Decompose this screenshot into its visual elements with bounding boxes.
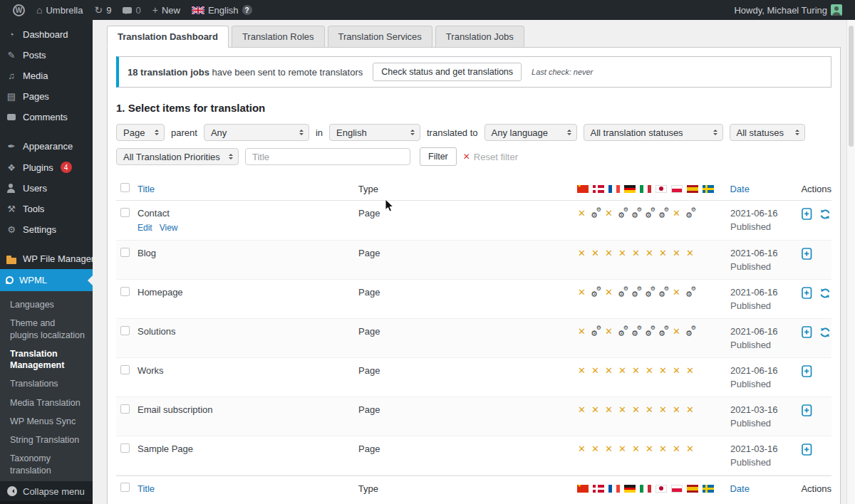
target-language-select[interactable]: Any language	[484, 124, 577, 141]
status-in-progress-icon[interactable]: ⚙⚙	[618, 326, 627, 337]
status-not-translated-icon[interactable]: ✕	[577, 326, 586, 337]
priority-select[interactable]: All Translation Priorities	[116, 148, 239, 165]
new-content-menu[interactable]: +New	[147, 0, 186, 20]
select-all-checkbox[interactable]	[120, 183, 130, 192]
status-not-translated-icon[interactable]: ✕	[658, 365, 668, 376]
check-status-button[interactable]: Check status and get translations	[373, 63, 522, 81]
sidebar-item-dashboard[interactable]: ◔Dashboard	[0, 24, 93, 45]
filter-button[interactable]: Filter	[420, 147, 457, 166]
sidebar-item-theme-and-plugins-localization[interactable]: Theme and plugins localization	[0, 314, 93, 345]
status-not-translated-icon[interactable]: ✕	[577, 248, 586, 258]
status-not-translated-icon[interactable]: ✕	[672, 326, 681, 337]
row-checkbox[interactable]	[120, 287, 130, 296]
status-not-translated-icon[interactable]: ✕	[685, 365, 695, 376]
post-status-select[interactable]: All statuses	[730, 124, 805, 141]
status-not-translated-icon[interactable]: ✕	[645, 404, 654, 415]
status-not-translated-icon[interactable]: ✕	[685, 404, 695, 415]
status-in-progress-icon[interactable]: ⚙⚙	[658, 208, 668, 219]
parent-select[interactable]: Any	[204, 124, 309, 141]
status-not-translated-icon[interactable]: ✕	[604, 404, 613, 415]
status-not-translated-icon[interactable]: ✕	[645, 443, 654, 454]
sidebar-item-translations[interactable]: Translations	[0, 374, 93, 393]
status-not-translated-icon[interactable]: ✕	[685, 443, 695, 454]
sidebar-item-pages[interactable]: ▤Pages	[0, 86, 93, 107]
status-not-translated-icon[interactable]: ✕	[631, 248, 641, 258]
sidebar-item-languages[interactable]: Languages	[0, 295, 93, 314]
sidebar-item-wp-file-manager[interactable]: WP File Manager	[0, 248, 93, 269]
date-column-footer[interactable]: Date	[730, 483, 749, 494]
title-column-header[interactable]: Title	[138, 184, 155, 194]
row-checkbox[interactable]	[120, 443, 130, 453]
status-not-translated-icon[interactable]: ✕	[631, 404, 641, 415]
tab-translation-dashboard[interactable]: Translation Dashboard	[107, 26, 229, 48]
status-in-progress-icon[interactable]: ⚙⚙	[685, 287, 695, 298]
status-in-progress-icon[interactable]: ⚙⚙	[631, 287, 641, 298]
row-checkbox[interactable]	[120, 326, 130, 335]
status-in-progress-icon[interactable]: ⚙⚙	[685, 208, 695, 219]
status-not-translated-icon[interactable]: ✕	[685, 248, 695, 258]
row-checkbox[interactable]	[120, 404, 130, 414]
sidebar-item-settings[interactable]: ⚙Settings	[0, 219, 93, 240]
sidebar-item-wpml[interactable]: WPML	[0, 269, 93, 291]
sidebar-item-users[interactable]: Users	[0, 178, 93, 199]
select-all-checkbox[interactable]	[120, 483, 130, 492]
sidebar-item-media-translation[interactable]: Media Translation	[0, 394, 93, 412]
status-not-translated-icon[interactable]: ✕	[631, 443, 641, 454]
add-translation-icon[interactable]	[802, 248, 812, 260]
language-switcher[interactable]: English ?	[186, 0, 258, 20]
add-translation-icon[interactable]	[802, 443, 812, 456]
status-not-translated-icon[interactable]: ✕	[658, 443, 668, 454]
status-in-progress-icon[interactable]: ⚙⚙	[631, 208, 641, 219]
date-column-header[interactable]: Date	[730, 184, 749, 194]
status-in-progress-icon[interactable]: ⚙⚙	[591, 326, 600, 337]
row-checkbox[interactable]	[120, 208, 130, 217]
status-not-translated-icon[interactable]: ✕	[618, 248, 627, 258]
status-not-translated-icon[interactable]: ✕	[604, 326, 613, 337]
sidebar-item-posts[interactable]: ✎Posts	[0, 45, 93, 65]
status-not-translated-icon[interactable]: ✕	[577, 404, 586, 415]
status-not-translated-icon[interactable]: ✕	[618, 443, 627, 454]
sidebar-item-plugins[interactable]: ❖Plugins4	[0, 157, 93, 178]
site-name-menu[interactable]: ⌂Umbrella	[31, 0, 88, 20]
status-not-translated-icon[interactable]: ✕	[658, 404, 668, 415]
status-not-translated-icon[interactable]: ✕	[672, 208, 681, 219]
status-in-progress-icon[interactable]: ⚙⚙	[618, 287, 627, 298]
status-in-progress-icon[interactable]: ⚙⚙	[645, 287, 654, 298]
status-not-translated-icon[interactable]: ✕	[604, 287, 613, 298]
add-translation-icon[interactable]	[802, 365, 812, 377]
source-language-select[interactable]: English	[329, 124, 420, 141]
status-not-translated-icon[interactable]: ✕	[645, 248, 654, 258]
sidebar-item-wp-menus-sync[interactable]: WP Menus Sync	[0, 412, 93, 431]
sidebar-item-string-translation[interactable]: String Translation	[0, 431, 93, 449]
status-not-translated-icon[interactable]: ✕	[618, 365, 627, 376]
status-not-translated-icon[interactable]: ✕	[591, 248, 600, 258]
status-in-progress-icon[interactable]: ⚙⚙	[645, 208, 654, 219]
row-checkbox[interactable]	[120, 365, 130, 374]
sidebar-item-tools[interactable]: ⚒Tools	[0, 199, 93, 219]
title-filter-input[interactable]	[245, 148, 410, 165]
status-not-translated-icon[interactable]: ✕	[591, 443, 600, 454]
sync-translation-icon[interactable]	[819, 288, 831, 299]
status-not-translated-icon[interactable]: ✕	[604, 365, 613, 376]
row-link-edit[interactable]: Edit	[138, 223, 152, 233]
scrollbar[interactable]	[846, 20, 855, 504]
status-in-progress-icon[interactable]: ⚙⚙	[645, 326, 654, 337]
status-in-progress-icon[interactable]: ⚙⚙	[591, 287, 600, 298]
updates-menu[interactable]: ↻9	[88, 0, 117, 20]
comments-menu[interactable]: 0	[117, 0, 146, 20]
my-account-menu[interactable]: Howdy, Michael Turing	[728, 0, 848, 20]
status-not-translated-icon[interactable]: ✕	[672, 365, 681, 376]
status-not-translated-icon[interactable]: ✕	[577, 208, 586, 219]
add-translation-icon[interactable]	[802, 326, 812, 338]
status-not-translated-icon[interactable]: ✕	[658, 248, 668, 258]
sidebar-item-translation-management[interactable]: Translation Management	[0, 345, 93, 375]
status-in-progress-icon[interactable]: ⚙⚙	[631, 326, 641, 337]
sidebar-item-media[interactable]: ♫Media	[0, 65, 93, 86]
row-checkbox[interactable]	[120, 248, 130, 257]
status-not-translated-icon[interactable]: ✕	[604, 443, 613, 454]
translation-status-select[interactable]: All translation statuses	[584, 124, 723, 141]
status-not-translated-icon[interactable]: ✕	[591, 365, 600, 376]
collapse-menu-button[interactable]: Collapse menu	[0, 481, 93, 501]
add-translation-icon[interactable]	[802, 404, 812, 416]
sync-translation-icon[interactable]	[819, 327, 831, 338]
